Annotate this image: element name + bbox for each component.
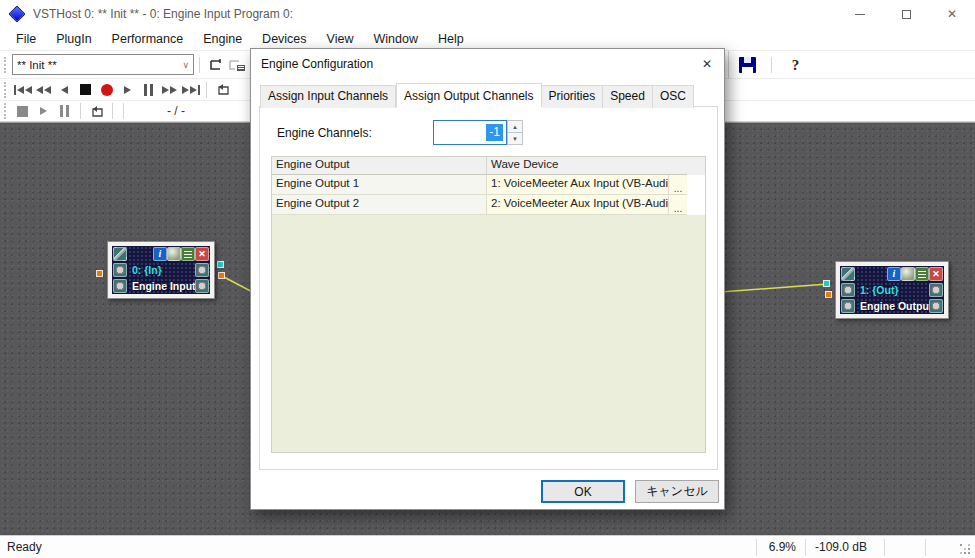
minimize-button[interactable]: [837, 0, 883, 28]
stop-button[interactable]: [75, 80, 96, 100]
preset-combobox[interactable]: ** Init ** ∨: [12, 54, 194, 75]
device-browse-button[interactable]: ...: [669, 175, 687, 195]
engine-channels-label: Engine Channels:: [277, 126, 372, 140]
step-back-button[interactable]: [54, 80, 75, 100]
toolbar-separator: [123, 103, 124, 119]
chain-after-icon: [207, 58, 225, 72]
spinner-down-button[interactable]: ▼: [507, 133, 523, 145]
info-icon[interactable]: i: [153, 247, 167, 261]
help-icon: ?: [792, 57, 800, 74]
minimize-icon: [855, 14, 865, 15]
bar-position-indicator: - / -: [167, 104, 185, 118]
menubar: File PlugIn Performance Engine Devices V…: [0, 28, 975, 50]
skip-to-end-button[interactable]: [180, 80, 201, 100]
connector-orange[interactable]: [96, 270, 103, 277]
node-name-label: Engine Output: [855, 300, 929, 312]
engine-channels-value: -1: [486, 124, 503, 141]
connector-cyan[interactable]: [217, 261, 224, 268]
dialog-tabs: Assign Input Channels Assign Output Chan…: [251, 79, 724, 108]
ok-button[interactable]: OK: [541, 480, 625, 503]
toolbar-grip[interactable]: [4, 57, 7, 73]
toolbar-separator: [199, 57, 200, 73]
triangle-glyph: [17, 86, 24, 94]
tab-assign-input-channels[interactable]: Assign Input Channels: [260, 85, 396, 108]
tab-speed[interactable]: Speed: [603, 85, 653, 108]
knob-icon[interactable]: [929, 283, 943, 297]
menu-help[interactable]: Help: [428, 28, 474, 50]
knob-icon[interactable]: [929, 299, 943, 313]
output-level: -109.0 dB: [806, 536, 884, 558]
toolbar-grip[interactable]: [4, 82, 7, 98]
bar-pause-button[interactable]: [54, 101, 75, 121]
close-button[interactable]: ✕: [929, 0, 975, 28]
resize-grip[interactable]: [960, 544, 972, 556]
table-row: Engine Output 1 1: VoiceMeeter Aux Input…: [272, 175, 705, 195]
cell-wave-device[interactable]: 2: VoiceMeeter Aux Input (VB-Audio 2: [487, 195, 669, 215]
table-row: Engine Output 2 2: VoiceMeeter Aux Input…: [272, 195, 705, 215]
program-list-icon[interactable]: [181, 247, 195, 261]
bar-stop-button[interactable]: [12, 101, 33, 121]
info-icon[interactable]: i: [887, 267, 901, 281]
record-button[interactable]: [96, 80, 117, 100]
connector-orange[interactable]: [218, 272, 225, 279]
knob-icon[interactable]: [841, 283, 855, 297]
help-button[interactable]: ?: [785, 55, 806, 75]
menu-view[interactable]: View: [317, 28, 364, 50]
connector-cyan[interactable]: [823, 280, 830, 287]
chain-keyboard-button[interactable]: [226, 55, 247, 75]
menu-devices[interactable]: Devices: [252, 28, 316, 50]
menu-window[interactable]: Window: [363, 28, 427, 50]
cell-wave-device[interactable]: 1: VoiceMeeter Aux Input (VB-Audio 1: [487, 175, 669, 195]
sphere-icon[interactable]: [901, 267, 915, 281]
cell-engine-output: Engine Output 2: [272, 195, 487, 215]
triangle-glyph: [40, 107, 47, 115]
plug-icon[interactable]: [113, 247, 127, 261]
cable-right-segment: [720, 284, 828, 292]
dialog-close-button[interactable]: ✕: [690, 49, 724, 79]
tab-assign-output-channels[interactable]: Assign Output Channels: [396, 83, 541, 107]
node-close-icon[interactable]: ✕: [929, 267, 943, 281]
statusbar-pane: [885, 536, 925, 558]
toolbar-grip[interactable]: [4, 103, 7, 119]
loop-button[interactable]: [212, 80, 233, 100]
device-browse-button[interactable]: ...: [669, 195, 687, 215]
knob-icon[interactable]: [195, 279, 209, 293]
skip-to-start-button[interactable]: [12, 80, 33, 100]
menu-plugin[interactable]: PlugIn: [46, 28, 101, 50]
spinner-up-button[interactable]: ▲: [507, 120, 523, 133]
sphere-icon[interactable]: [167, 247, 181, 261]
knob-icon[interactable]: [113, 279, 127, 293]
engine-output-node[interactable]: i ✕ 1: {Out} Engine Output: [835, 261, 949, 319]
tab-priorities[interactable]: Priorities: [542, 85, 604, 108]
window-titlebar: VSTHost 0: ** Init ** - 0: Engine Input …: [0, 0, 975, 28]
pause-button[interactable]: [138, 80, 159, 100]
menu-engine[interactable]: Engine: [193, 28, 252, 50]
save-button[interactable]: [737, 55, 758, 75]
menu-file[interactable]: File: [6, 28, 46, 50]
engine-input-node[interactable]: i ✕ 0: {In} Engine Input: [107, 241, 215, 299]
cancel-button[interactable]: キャンセル: [635, 480, 719, 503]
bar-play-button[interactable]: [33, 101, 54, 121]
toolbar-separator: [206, 82, 207, 98]
bar-loop-button[interactable]: [86, 101, 107, 121]
connector-orange[interactable]: [825, 291, 832, 298]
triangle-glyph: [190, 86, 197, 94]
chevron-down-icon: ∨: [182, 60, 189, 70]
engine-channels-input[interactable]: -1: [433, 120, 507, 145]
plug-icon[interactable]: [841, 267, 855, 281]
tab-osc[interactable]: OSC: [653, 85, 694, 108]
knob-icon[interactable]: [195, 263, 209, 277]
fast-forward-button[interactable]: [159, 80, 180, 100]
node-id-label: 1: {Out}: [855, 284, 929, 296]
menu-performance[interactable]: Performance: [102, 28, 194, 50]
rewind-button[interactable]: [33, 80, 54, 100]
node-close-icon[interactable]: ✕: [195, 247, 209, 261]
toolbar-separator: [80, 103, 81, 119]
play-button[interactable]: [117, 80, 138, 100]
maximize-button[interactable]: [883, 0, 929, 28]
loop-icon: [215, 83, 231, 96]
knob-icon[interactable]: [113, 263, 127, 277]
chain-after-button[interactable]: [205, 55, 226, 75]
program-list-icon[interactable]: [915, 267, 929, 281]
knob-icon[interactable]: [841, 299, 855, 313]
